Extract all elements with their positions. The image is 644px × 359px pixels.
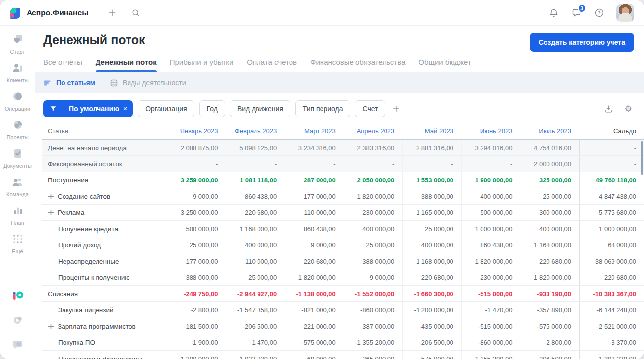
filter-chip-счет[interactable]: Счет (355, 100, 385, 117)
month-value-cell: - (461, 156, 520, 172)
table-row[interactable]: Нераспределенные 177 000,00110 000,00220… (42, 253, 644, 269)
month-value-cell: -1 355 200,00 (344, 334, 403, 350)
month-value-cell: 2 050 000,00 (344, 172, 403, 188)
settings-icon[interactable] (11, 314, 24, 327)
sidebar-item-plan[interactable]: План (0, 205, 35, 226)
article-label: Реклама (58, 209, 84, 216)
month-value-cell: -357 890,00 (520, 302, 579, 318)
month-value-cell: -265 000,00 (344, 351, 403, 359)
top-bar: Аспро.Финансы 3 ? (0, 0, 644, 26)
expand-plus-icon[interactable] (48, 209, 54, 216)
tab-общий-бюджет[interactable]: Общий бюджет (419, 58, 471, 72)
vertical-scrollbar-thumb[interactable] (641, 141, 643, 175)
report-tabs: Все отчётыДенежный потокПрибыли и убытки… (43, 58, 634, 72)
month-value-cell: -933 190,00 (520, 286, 579, 301)
month-value-cell: -1 355 200,00 (461, 351, 520, 359)
table-row[interactable]: Поступления 3 259 000,001 081 118,00287 … (42, 172, 644, 188)
column-header-saldo: Сальдо (579, 123, 644, 139)
app-logo[interactable]: Аспро.Финансы (9, 6, 88, 19)
month-value-cell: 230 000,00 (461, 269, 520, 285)
add-filter-icon[interactable] (390, 102, 403, 115)
tab-оплата-счетов[interactable]: Оплата счетов (247, 58, 297, 72)
sidebar-item-operations[interactable]: Операции (0, 90, 35, 112)
month-value-cell: -1 900,00 (167, 334, 226, 350)
saldo-value-cell: - (579, 156, 644, 172)
tab-денежный-поток[interactable]: Денежный поток (96, 58, 157, 72)
sidebar-item-team[interactable]: Команда (0, 176, 35, 197)
month-value-cell: 25 000,00 (167, 237, 226, 253)
filter-chip-тип-периода[interactable]: Тип периода (295, 100, 351, 117)
sidebar-item-more[interactable]: Ещё (0, 233, 35, 254)
filter-chip-вид-движения[interactable]: Вид движения (230, 100, 290, 117)
search-icon[interactable] (130, 7, 141, 18)
month-value-cell: 230 000,00 (344, 205, 403, 220)
article-label: Проценты к получению (58, 274, 129, 281)
user-avatar[interactable] (616, 4, 634, 22)
clear-filter-icon[interactable]: × (123, 105, 133, 113)
column-header-month[interactable]: Июнь 2023 (461, 123, 520, 139)
table-settings-gear-icon[interactable] (622, 103, 633, 114)
tab-все-отчёты[interactable]: Все отчёты (43, 58, 82, 72)
table-row[interactable]: Проценты к получению 388 000,0025 000,00… (42, 269, 644, 286)
help-icon[interactable]: ? (594, 7, 605, 18)
month-value-cell: 3 294 016,00 (461, 140, 520, 155)
start-icon (12, 33, 24, 47)
tab-прибыли-и-убытки[interactable]: Прибыли и убытки (170, 58, 234, 72)
view-tab-by-articles[interactable]: По статьям (43, 79, 95, 87)
download-icon[interactable] (603, 103, 613, 114)
team-icon (12, 176, 24, 190)
app-window: Аспро.Финансы 3 ? (0, 0, 644, 359)
messages-chat-icon[interactable]: 3 (571, 7, 582, 18)
table-row[interactable]: Создание сайтов 9 000,00860 438,00177 00… (42, 188, 644, 205)
sidebar-item-projects[interactable]: Проекты (0, 119, 35, 140)
saldo-value-cell: 5 775 680,00 (579, 205, 644, 220)
brand-mark-icon[interactable] (11, 289, 24, 302)
table-row[interactable]: Денег на начало периода 2 088 875,005 09… (42, 140, 644, 156)
month-value-cell: 400 000,00 (344, 221, 403, 237)
month-value-cell: 400 000,00 (520, 221, 579, 237)
month-value-cell: 4 754 016,00 (520, 140, 579, 155)
month-value-cell: 110 000,00 (285, 205, 344, 220)
column-header-month[interactable]: Февраль 2023 (226, 123, 285, 139)
create-category-button[interactable]: Создать категорию учета (530, 33, 634, 52)
tab-финансовые-обязательства[interactable]: Финансовые обязательства (310, 58, 405, 72)
saldo-value-cell: 49 760 118,00 (579, 172, 644, 188)
table-row[interactable]: Закупка лицензий -2 800,00-1 547 358,00-… (42, 302, 644, 318)
notifications-bell-icon[interactable] (548, 7, 559, 18)
table-row[interactable]: Подрядчики и фрилансеры -1 200 000,00-1 … (42, 351, 644, 359)
filter-chip-год[interactable]: Год (199, 100, 225, 117)
column-header-month[interactable]: Июль 2023 (520, 123, 579, 139)
month-value-cell: 1 820 000,00 (520, 269, 579, 285)
table-row[interactable]: Зарплата программистов -181 500,00-206 5… (42, 318, 644, 334)
expand-plus-icon[interactable] (48, 193, 54, 200)
svg-text:?: ? (598, 10, 601, 15)
table-row[interactable]: Прочий доход 25 000,00400 000,009 000,00… (42, 237, 644, 253)
column-header-month[interactable]: Май 2023 (402, 123, 461, 139)
table-row[interactable]: Реклама 3 250 000,00220 680,00110 000,00… (42, 205, 644, 221)
month-value-cell: 25 000,00 (226, 269, 285, 285)
filter-chip-организация[interactable]: Организация (138, 100, 194, 117)
sidebar-item-documents[interactable]: Документы (0, 148, 35, 169)
column-header-month[interactable]: Апрель 2023 (344, 123, 403, 139)
column-header-month[interactable]: Январь 2023 (167, 123, 226, 139)
table-row[interactable]: Фиксированный остаток ------2 000 000,00… (42, 156, 644, 172)
month-value-cell: -1 552 000,00 (344, 286, 403, 301)
month-value-cell: -575 000,00 (520, 318, 579, 334)
column-header-month[interactable]: Март 2023 (285, 123, 344, 139)
table-row[interactable]: Получение кредита 500 000,001 168 000,00… (42, 221, 644, 237)
article-label: Нераспределенные (58, 258, 119, 265)
sidebar-item-clients[interactable]: Клиенты (0, 62, 35, 83)
expand-plus-icon[interactable] (48, 323, 54, 329)
view-tab-activity-kinds[interactable]: Виды деятельности (110, 79, 186, 87)
month-value-cell: -206 500,00 (402, 334, 461, 350)
chat-bubble-icon[interactable] (11, 338, 24, 351)
add-icon[interactable] (107, 7, 118, 18)
saldo-value-cell: 4 847 438,00 (579, 188, 644, 204)
table-row[interactable]: Списания -249 750,00-2 944 927,00-1 138 … (42, 286, 644, 302)
sidebar-item-start[interactable]: Старт (0, 33, 35, 55)
table-row[interactable]: Покупка ПО -1 900,00-1 470,00-575 000,00… (42, 334, 644, 351)
month-value-cell: -69 000,00 (285, 351, 344, 359)
sidebar: Старт Клиенты Операции Проекты Документы… (0, 26, 35, 359)
active-filter-chip[interactable]: По умолчанию × (43, 100, 133, 117)
month-value-cell: 3 234 316,00 (285, 140, 344, 155)
